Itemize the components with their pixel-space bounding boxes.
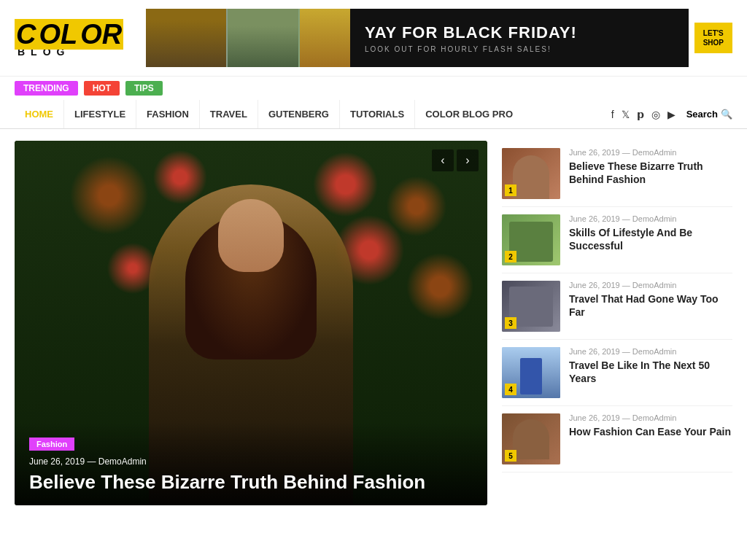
sidebar-content-5: June 26, 2019 — DemoAdmin How Fashion Ca… — [569, 413, 732, 438]
sidebar-meta-1: June 26, 2019 — DemoAdmin — [569, 148, 732, 157]
banner-text: YAY FOR BLACK FRIDAY! LOOK OUT FOR HOURL… — [350, 9, 689, 67]
thumb-number-2: 2 — [505, 251, 516, 262]
nav-tutorials[interactable]: TUTORIALS — [340, 100, 415, 128]
sidebar-thumb-4: 4 — [502, 347, 560, 398]
nav-color-blog-pro[interactable]: COLOR BLOG PRO — [415, 100, 523, 128]
search-button[interactable]: Search 🔍 — [686, 109, 732, 120]
tag-trending[interactable]: TRENDING — [15, 81, 78, 96]
banner-title: YAY FOR BLACK FRIDAY! — [365, 23, 577, 42]
search-label: Search — [686, 109, 718, 120]
thumb-number-4: 4 — [505, 384, 516, 395]
sidebar-title-1: Believe These Bizarre Truth Behind Fashi… — [569, 160, 732, 186]
sidebar-meta-3: June 26, 2019 — DemoAdmin — [569, 281, 732, 289]
nav-fashion[interactable]: FASHION — [136, 100, 200, 128]
sidebar-thumb-1: 1 — [502, 148, 560, 199]
sidebar-title-2: Skills Of Lifestyle And Be Successful — [569, 226, 732, 252]
search-icon: 🔍 — [721, 109, 732, 120]
hero-date: June 26, 2019 — [29, 456, 85, 467]
nav-home[interactable]: HOME — [15, 100, 64, 128]
sidebar-title-5: How Fashion Can Ease Your Pain — [569, 425, 732, 438]
twitter-icon[interactable]: 𝕏 — [622, 109, 630, 120]
hero-prev-button[interactable]: ‹ — [432, 149, 454, 171]
sidebar-thumb-5: 5 — [502, 413, 560, 464]
logo-color: COLOR — [15, 19, 123, 50]
thumb-number-5: 5 — [505, 450, 516, 462]
sidebar-item-3[interactable]: 3 June 26, 2019 — DemoAdmin Travel That … — [502, 273, 732, 340]
sidebar-item-5[interactable]: 5 June 26, 2019 — DemoAdmin How Fashion … — [502, 406, 732, 472]
sidebar-title-4: Travel Be Like In The Next 50 Years — [569, 359, 732, 385]
sidebar-content-1: June 26, 2019 — DemoAdmin Believe These … — [569, 148, 732, 186]
tag-bar: TRENDING HOT TIPS — [0, 77, 747, 100]
thumb-number-3: 3 — [505, 317, 516, 329]
tag-hot[interactable]: HOT — [84, 81, 120, 96]
sidebar-item-2[interactable]: 2 June 26, 2019 — DemoAdmin Skills Of Li… — [502, 207, 732, 273]
sidebar-thumb-3: 3 — [502, 281, 560, 332]
banner-button[interactable]: LET'SSHOP — [694, 23, 732, 53]
facebook-icon[interactable]: f — [611, 109, 614, 120]
hero-meta-separator: — — [87, 456, 98, 467]
hero-meta: June 26, 2019 — DemoAdmin — [29, 456, 473, 467]
hero-category[interactable]: Fashion — [29, 438, 74, 451]
main-content: ‹ › Fashion June 26, 2019 — DemoAdmin Be… — [0, 129, 747, 517]
sidebar-thumb-2: 2 — [502, 214, 560, 265]
hero-nav-buttons: ‹ › — [432, 149, 479, 171]
banner-subtitle: LOOK OUT FOR HOURLY FLASH SALES! — [365, 45, 551, 53]
header: COLOR BLOG YAY FOR BLACK FRIDAY! LOOK OU… — [0, 0, 747, 77]
instagram-icon[interactable]: ◎ — [651, 109, 660, 120]
hero-overlay: Fashion June 26, 2019 — DemoAdmin Believ… — [15, 422, 487, 505]
banner-area: YAY FOR BLACK FRIDAY! LOOK OUT FOR HOURL… — [146, 9, 732, 67]
sidebar-meta-2: June 26, 2019 — DemoAdmin — [569, 214, 732, 223]
sidebar-meta-4: June 26, 2019 — DemoAdmin — [569, 347, 732, 356]
navigation: HOME LIFESTYLE FASHION TRAVEL GUTENBERG … — [0, 100, 747, 129]
nav-lifestyle[interactable]: LIFESTYLE — [64, 100, 136, 128]
sidebar-content-3: June 26, 2019 — DemoAdmin Travel That Ha… — [569, 281, 732, 319]
youtube-icon[interactable]: ▶ — [667, 109, 676, 120]
nav-gutenberg[interactable]: GUTENBERG — [258, 100, 340, 128]
hero-section: ‹ › Fashion June 26, 2019 — DemoAdmin Be… — [15, 141, 487, 505]
sidebar-title-3: Travel That Had Gone Way Too Far — [569, 292, 732, 319]
tag-tips[interactable]: TIPS — [125, 81, 163, 96]
logo[interactable]: COLOR BLOG — [15, 19, 131, 58]
nav-travel[interactable]: TRAVEL — [200, 100, 258, 128]
sidebar: 1 June 26, 2019 — DemoAdmin Believe Thes… — [502, 141, 732, 505]
sidebar-content-4: June 26, 2019 — DemoAdmin Travel Be Like… — [569, 347, 732, 385]
sidebar-content-2: June 26, 2019 — DemoAdmin Skills Of Life… — [569, 214, 732, 252]
hero-title: Believe These Bizarre Truth Behind Fashi… — [29, 471, 473, 494]
social-links: f 𝕏 𝗽 ◎ ▶ — [611, 109, 676, 120]
pinterest-icon[interactable]: 𝗽 — [637, 109, 644, 120]
hero-author: DemoAdmin — [98, 456, 147, 467]
sidebar-item-1[interactable]: 1 June 26, 2019 — DemoAdmin Believe Thes… — [502, 141, 732, 207]
hero-next-button[interactable]: › — [457, 149, 479, 171]
thumb-number-1: 1 — [505, 184, 516, 196]
sidebar-meta-5: June 26, 2019 — DemoAdmin — [569, 413, 732, 422]
hero-image: ‹ › Fashion June 26, 2019 — DemoAdmin Be… — [15, 141, 487, 505]
banner-image — [146, 9, 350, 67]
sidebar-item-4[interactable]: 4 June 26, 2019 — DemoAdmin Travel Be Li… — [502, 340, 732, 406]
nav-links: HOME LIFESTYLE FASHION TRAVEL GUTENBERG … — [15, 100, 604, 128]
